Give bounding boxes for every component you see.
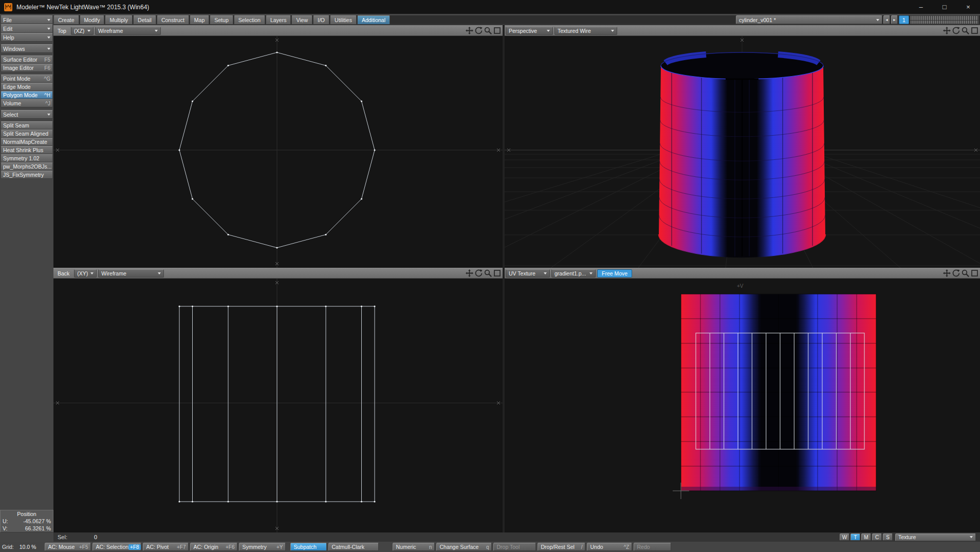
menu-edit[interactable]: Edit bbox=[1, 24, 53, 33]
subpatch-button[interactable]: Subpatch bbox=[290, 543, 327, 551]
sidebar-item-volume[interactable]: Volume^J bbox=[1, 99, 53, 107]
zoom-icon[interactable] bbox=[484, 26, 492, 35]
pan-icon[interactable] bbox=[465, 269, 474, 278]
close-icon: × bbox=[966, 3, 970, 11]
app-icon bbox=[4, 3, 12, 11]
tab-utilities[interactable]: Utilities bbox=[330, 15, 357, 24]
vmap-texture-dropdown[interactable]: Texture bbox=[895, 533, 976, 541]
free-move-button[interactable]: Free Move bbox=[597, 269, 632, 278]
vmap-texture-button[interactable]: T bbox=[850, 533, 860, 541]
maximize-viewport-icon[interactable] bbox=[493, 26, 502, 35]
texture-dropdown[interactable]: gradient1.p... bbox=[551, 269, 596, 278]
drop-rest-sel-button[interactable]: Drop/Rest Sel/ bbox=[538, 543, 585, 551]
rotate-icon[interactable] bbox=[474, 26, 483, 35]
maximize-button[interactable]: □ bbox=[933, 0, 956, 14]
redo-button[interactable]: Redo bbox=[634, 543, 671, 551]
sidebar-item-split-seam-aligned[interactable]: Split Seam Aligned bbox=[1, 130, 53, 138]
vmap-morph-button[interactable]: M bbox=[861, 533, 871, 541]
sidebar-item-pw-morphs2objs[interactable]: pw_Morphs2OBJs... bbox=[1, 162, 53, 171]
prev-object-button[interactable]: ◄ bbox=[883, 15, 890, 24]
rotate-icon[interactable] bbox=[952, 26, 960, 35]
modeler-window: Modeler™ NewTek LightWave™ 2015.3 (Win64… bbox=[0, 0, 980, 552]
tab-setup[interactable]: Setup bbox=[210, 15, 233, 24]
display-mode-dropdown[interactable]: Wireframe bbox=[95, 27, 161, 35]
ac-pivot-button[interactable]: AC: Pivot+F7 bbox=[143, 543, 189, 551]
axis-dropdown[interactable]: (XY) bbox=[74, 269, 97, 278]
catmull-clark-button[interactable]: Catmull-Clark bbox=[328, 543, 379, 551]
uv-viewport-canvas[interactable]: +V bbox=[505, 279, 980, 532]
sidebar-item-surface-editor[interactable]: Surface EditorF5 bbox=[1, 56, 53, 64]
tab-selection[interactable]: Selection bbox=[234, 15, 265, 24]
sidebar-item-symmetry[interactable]: Symmetry 1.02 bbox=[1, 154, 53, 162]
sidebar-item-js-fixsymmetry[interactable]: JS_FixSymmetry bbox=[1, 171, 53, 179]
sidebar-item-heat-shrink-plus[interactable]: Heat Shrink Plus bbox=[1, 146, 53, 154]
pan-icon[interactable] bbox=[942, 269, 951, 278]
tab-additional[interactable]: Additional bbox=[357, 15, 390, 24]
viewport-type-dropdown[interactable]: Perspective bbox=[506, 27, 553, 35]
viewport-top[interactable] bbox=[53, 36, 503, 268]
display-mode-dropdown[interactable]: Textured Wire bbox=[554, 27, 617, 35]
next-object-button[interactable]: ► bbox=[891, 15, 898, 24]
object-selector-dropdown[interactable]: cylinder_v001 * bbox=[736, 15, 882, 24]
ac-origin-button[interactable]: AC: Origin+F6 bbox=[190, 543, 237, 551]
tab-create[interactable]: Create bbox=[53, 15, 79, 24]
symmetry-button[interactable]: Symmetry+Y bbox=[239, 543, 286, 551]
menu-windows[interactable]: Windows bbox=[1, 44, 53, 53]
ac-selection-button[interactable]: AC: Selection+F8 bbox=[93, 543, 141, 551]
sidebar-item-normalmapcreate[interactable]: NormalMapCreate bbox=[1, 138, 53, 146]
axis-dropdown[interactable]: (XZ) bbox=[71, 27, 94, 35]
window-controls: – □ × bbox=[909, 0, 980, 14]
maximize-viewport-icon[interactable] bbox=[970, 269, 979, 278]
pan-icon[interactable] bbox=[465, 26, 474, 35]
sidebar-item-polygon-mode[interactable]: Polygon Mode^H bbox=[1, 91, 53, 99]
viewport-back[interactable] bbox=[53, 279, 503, 532]
menu-help[interactable]: Help bbox=[1, 33, 53, 42]
cylinder-3d[interactable] bbox=[659, 52, 825, 257]
menu-select[interactable]: Select bbox=[1, 110, 53, 119]
tab-modify[interactable]: Modify bbox=[80, 15, 105, 24]
vmap-selection-button[interactable]: S bbox=[883, 533, 893, 541]
rotate-icon[interactable] bbox=[474, 269, 483, 278]
viewport-type-dropdown[interactable]: UV Texture bbox=[506, 269, 550, 278]
position-panel: Position U:-45.0627 % V:66.3261 % bbox=[0, 510, 53, 532]
menu-file[interactable]: File bbox=[1, 15, 53, 24]
display-mode-dropdown[interactable]: Wireframe bbox=[98, 269, 164, 278]
drop-tool-button[interactable]: Drop Tool bbox=[493, 543, 536, 551]
tab-view[interactable]: View bbox=[291, 15, 312, 24]
sidebar-item-split-seam[interactable]: Split Seam bbox=[1, 121, 53, 130]
sidebar-item-image-editor[interactable]: Image EditorF6 bbox=[1, 64, 53, 72]
viewport-perspective[interactable] bbox=[505, 36, 980, 268]
tab-construct[interactable]: Construct bbox=[157, 15, 189, 24]
back-viewport-canvas[interactable] bbox=[53, 279, 503, 532]
ac-mouse-button[interactable]: AC: Mouse+F5 bbox=[45, 543, 91, 551]
tab-multiply[interactable]: Multiply bbox=[105, 15, 133, 24]
change-surface-button[interactable]: Change Surfaceq bbox=[436, 543, 492, 551]
numeric-button[interactable]: Numericn bbox=[393, 543, 435, 551]
tab-layers[interactable]: Layers bbox=[266, 15, 291, 24]
tab-bar: Create Modify Multiply Detail Construct … bbox=[53, 15, 980, 24]
perspective-viewport-canvas[interactable] bbox=[505, 36, 980, 268]
tab-map[interactable]: Map bbox=[190, 15, 209, 24]
viewport-uv[interactable]: +V bbox=[505, 279, 980, 532]
maximize-viewport-icon[interactable] bbox=[493, 269, 502, 278]
maximize-viewport-icon[interactable] bbox=[970, 26, 979, 35]
layer-1-button[interactable]: 1 bbox=[899, 15, 909, 24]
pan-icon[interactable] bbox=[942, 26, 951, 35]
tab-detail[interactable]: Detail bbox=[133, 15, 156, 24]
zoom-icon[interactable] bbox=[961, 26, 970, 35]
vmap-weight-button[interactable]: W bbox=[840, 533, 849, 541]
maximize-icon: □ bbox=[942, 3, 947, 11]
close-button[interactable]: × bbox=[956, 0, 980, 14]
vmap-color-button[interactable]: C bbox=[872, 533, 882, 541]
sidebar-item-edge-mode[interactable]: Edge Mode bbox=[1, 83, 53, 91]
undo-button[interactable]: Undo^Z bbox=[587, 543, 632, 551]
layer-bank[interactable] bbox=[910, 15, 979, 24]
cylinder-back-wireframe[interactable] bbox=[179, 306, 375, 502]
rotate-icon[interactable] bbox=[952, 269, 960, 278]
sidebar-item-point-mode[interactable]: Point Mode^G bbox=[1, 75, 53, 83]
zoom-icon[interactable] bbox=[961, 269, 970, 278]
minimize-button[interactable]: – bbox=[909, 0, 933, 14]
tab-io[interactable]: I/O bbox=[313, 15, 329, 24]
top-viewport-canvas[interactable] bbox=[53, 36, 503, 268]
zoom-icon[interactable] bbox=[484, 269, 492, 278]
